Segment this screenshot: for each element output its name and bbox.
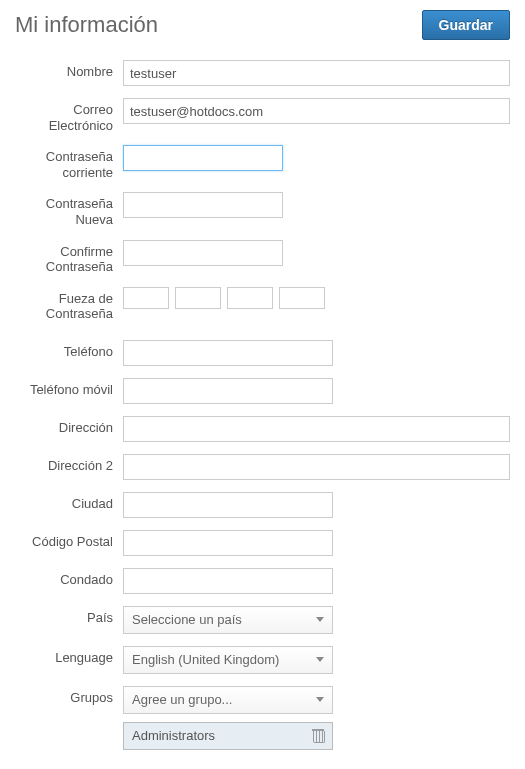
label-name: Nombre <box>15 60 123 80</box>
label-postal: Código Postal <box>15 530 123 550</box>
save-button[interactable]: Guardar <box>422 10 510 40</box>
country-selected-value: Seleccione un país <box>132 612 242 627</box>
name-input[interactable] <box>123 60 510 86</box>
label-password-strength: Fueza de Contraseña <box>15 287 123 322</box>
page-title: Mi información <box>15 12 158 38</box>
chevron-down-icon <box>316 617 324 622</box>
chevron-down-icon <box>316 657 324 662</box>
groups-selected-value: Agree un grupo... <box>132 692 232 707</box>
chevron-down-icon <box>316 697 324 702</box>
label-groups: Grupos <box>15 686 123 706</box>
label-address2: Dirección 2 <box>15 454 123 474</box>
group-tag-label: Administrators <box>132 728 215 743</box>
group-tag: Administrators <box>123 722 333 750</box>
strength-segment <box>227 287 273 309</box>
strength-segment <box>279 287 325 309</box>
label-county: Condado <box>15 568 123 588</box>
strength-segment <box>123 287 169 309</box>
label-city: Ciudad <box>15 492 123 512</box>
password-strength-meter <box>123 287 510 309</box>
confirm-password-input[interactable] <box>123 240 283 266</box>
postal-input[interactable] <box>123 530 333 556</box>
phone-input[interactable] <box>123 340 333 366</box>
label-country: País <box>15 606 123 626</box>
county-input[interactable] <box>123 568 333 594</box>
label-address: Dirección <box>15 416 123 436</box>
label-new-password: Contraseña Nueva <box>15 192 123 227</box>
strength-segment <box>175 287 221 309</box>
label-mobile: Teléfono móvil <box>15 378 123 398</box>
address2-input[interactable] <box>123 454 510 480</box>
address-input[interactable] <box>123 416 510 442</box>
new-password-input[interactable] <box>123 192 283 218</box>
current-password-input[interactable] <box>123 145 283 171</box>
trash-icon[interactable] <box>312 729 324 743</box>
city-input[interactable] <box>123 492 333 518</box>
label-phone: Teléfono <box>15 340 123 360</box>
label-confirm-password: Confirme Contraseña <box>15 240 123 275</box>
language-select[interactable]: English (United Kingdom) <box>123 646 333 674</box>
groups-select[interactable]: Agree un grupo... <box>123 686 333 714</box>
language-selected-value: English (United Kingdom) <box>132 652 279 667</box>
email-input[interactable] <box>123 98 510 124</box>
mobile-input[interactable] <box>123 378 333 404</box>
label-email: Correo Electrónico <box>15 98 123 133</box>
label-current-password: Contraseña corriente <box>15 145 123 180</box>
label-language: Lenguage <box>15 646 123 666</box>
country-select[interactable]: Seleccione un país <box>123 606 333 634</box>
